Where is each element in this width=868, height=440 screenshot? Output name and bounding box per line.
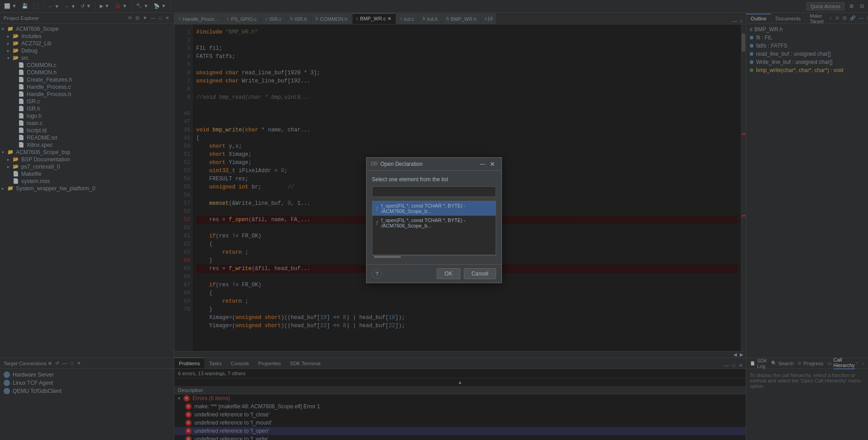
dialog-ok-btn[interactable]: OK <box>437 268 460 279</box>
dialog-help-btn[interactable]: ? <box>372 269 382 279</box>
dialog-item-icon-2: ƒ <box>376 220 379 225</box>
dialog-list-item-1[interactable]: ƒ f_open(FIL *, const TCHAR *, BYTE) - /… <box>372 201 496 216</box>
dialog-list-item-2[interactable]: ƒ f_open(FIL *, const TCHAR *, BYTE) - /… <box>372 216 496 230</box>
dialog-item-label-2: f_open(FIL *, const TCHAR *, BYTE) - /AC… <box>381 218 492 228</box>
dialog-icon: DD <box>371 161 377 166</box>
dialog-item-label-1: f_open(FIL *, const TCHAR *, BYTE) - /AC… <box>381 203 492 214</box>
dialog-window-btns: — ✕ <box>478 160 497 168</box>
dialog-close-btn[interactable]: ✕ <box>488 160 497 168</box>
dialog-titlebar: DD Open Declaration — ✕ <box>366 158 502 171</box>
dialog-hscrollbar[interactable] <box>372 255 496 259</box>
dialog-action-buttons: OK Cancel <box>437 268 496 279</box>
dialog-footer: ? OK Cancel <box>366 264 502 283</box>
open-declaration-dialog: DD Open Declaration — ✕ Select one eleme… <box>366 157 502 283</box>
dialog-body: Select one element from the list ƒ f_ope… <box>366 171 502 264</box>
dialog-title-area: DD Open Declaration <box>371 161 423 167</box>
dialog-item-icon-1: ƒ <box>376 206 379 211</box>
dialog-title: Open Declaration <box>380 161 422 167</box>
dialog-cancel-btn[interactable]: Cancel <box>464 268 496 279</box>
dialog-hscroll-thumb <box>374 256 401 258</box>
dialog-prompt: Select one element from the list <box>372 176 496 183</box>
dialog-search-input[interactable] <box>372 186 496 197</box>
dialog-overlay[interactable]: DD Open Declaration — ✕ Select one eleme… <box>0 0 868 440</box>
dialog-minimize-btn[interactable]: — <box>478 160 487 168</box>
dialog-list: ƒ f_open(FIL *, const TCHAR *, BYTE) - /… <box>372 201 496 255</box>
